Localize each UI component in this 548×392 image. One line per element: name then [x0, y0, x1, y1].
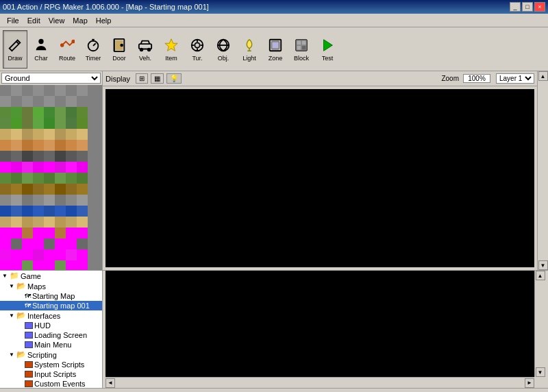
tile-cell[interactable] [33, 249, 44, 260]
tool-obj[interactable]: Obj. [211, 30, 236, 69]
tile-cell[interactable] [33, 107, 44, 118]
tile-cell[interactable] [11, 228, 22, 238]
tile-cell[interactable] [66, 260, 77, 270]
tile-cell[interactable] [44, 107, 55, 118]
tile-cell[interactable] [33, 228, 44, 238]
tool-veh[interactable]: Veh. [133, 30, 158, 69]
tile-cell[interactable] [11, 96, 22, 107]
tile-cell[interactable] [77, 129, 88, 140]
tile-cell[interactable] [0, 85, 11, 96]
tree-maps[interactable]: ▼ 📂 Maps [0, 281, 102, 291]
tile-cell[interactable] [55, 173, 66, 184]
tile-cell[interactable] [55, 129, 66, 140]
tileset-canvas[interactable] [0, 85, 88, 270]
tile-cell[interactable] [33, 118, 44, 129]
tile-cell[interactable] [55, 260, 66, 270]
tile-cell[interactable] [0, 140, 11, 151]
tile-cell[interactable] [44, 238, 55, 249]
tile-cell[interactable] [77, 140, 88, 151]
tileset-area[interactable] [0, 85, 102, 270]
tile-cell[interactable] [66, 173, 77, 184]
scroll-down[interactable]: ▼ [538, 260, 548, 270]
tile-cell[interactable] [55, 228, 66, 238]
menu-file[interactable]: File [3, 15, 23, 26]
tool-route[interactable]: Route [55, 30, 79, 69]
tool-block[interactable]: Block [289, 30, 314, 69]
tile-cell[interactable] [33, 129, 44, 140]
tile-cell[interactable] [77, 238, 88, 249]
tile-cell[interactable] [44, 249, 55, 260]
scroll-right[interactable]: ► [525, 378, 534, 388]
tile-cell[interactable] [22, 162, 33, 173]
tile-cell[interactable] [11, 118, 22, 129]
scroll-down-bottom[interactable]: ▼ [536, 367, 545, 377]
tile-cell[interactable] [11, 238, 22, 249]
tile-cell[interactable] [66, 249, 77, 260]
tile-cell[interactable] [33, 96, 44, 107]
tile-cell[interactable] [44, 140, 55, 151]
tree-main-menu[interactable]: Main Menu [0, 340, 102, 350]
tile-cell[interactable] [55, 184, 66, 195]
tree-hud[interactable]: HUD [0, 321, 102, 330]
tile-cell[interactable] [77, 162, 88, 173]
display-mode-1[interactable]: ⊞ [136, 73, 148, 84]
tile-cell[interactable] [66, 217, 77, 228]
tile-cell[interactable] [11, 151, 22, 162]
tile-cell[interactable] [66, 238, 77, 249]
tree-system-scripts[interactable]: System Scripts [0, 360, 102, 369]
tile-cell[interactable] [66, 195, 77, 206]
horizontal-scrollbar[interactable]: ◄ ► [105, 377, 534, 388]
tile-cell[interactable] [0, 249, 11, 260]
tree-scripting-toggle[interactable]: ▼ [8, 352, 15, 358]
tile-cell[interactable] [44, 85, 55, 96]
tile-cell[interactable] [22, 249, 33, 260]
tile-cell[interactable] [77, 96, 88, 107]
tree-game[interactable]: ▼ 📁 Game [0, 271, 102, 281]
tree-starting-map[interactable]: 🗺 Starting Map [0, 291, 102, 301]
tree-custom-events[interactable]: Custom Events [0, 379, 102, 388]
tile-cell[interactable] [55, 217, 66, 228]
tile-cell[interactable] [33, 238, 44, 249]
tile-cell[interactable] [33, 162, 44, 173]
tile-cell[interactable] [0, 195, 11, 206]
tile-cell[interactable] [11, 260, 22, 270]
tool-zone[interactable]: Zone [263, 30, 288, 69]
tile-cell[interactable] [77, 107, 88, 118]
display-mode-2[interactable]: ▦ [151, 73, 164, 84]
tool-test[interactable]: Test [315, 30, 340, 69]
map-bottom-canvas[interactable] [105, 271, 534, 377]
tool-tur[interactable]: Tur. [185, 30, 210, 69]
tile-cell[interactable] [44, 151, 55, 162]
tile-cell[interactable] [0, 118, 11, 129]
tile-cell[interactable] [22, 151, 33, 162]
tile-cell[interactable] [66, 162, 77, 173]
tool-item[interactable]: Item [159, 30, 184, 69]
tile-cell[interactable] [66, 206, 77, 217]
tile-cell[interactable] [22, 260, 33, 270]
tile-cell[interactable] [77, 173, 88, 184]
tile-cell[interactable] [44, 184, 55, 195]
tile-cell[interactable] [0, 129, 11, 140]
tile-cell[interactable] [0, 228, 11, 238]
tile-cell[interactable] [33, 260, 44, 270]
zoom-input[interactable] [463, 74, 490, 83]
tree-input-scripts[interactable]: Input Scripts [0, 369, 102, 379]
tile-cell[interactable] [55, 107, 66, 118]
tree-game-toggle[interactable]: ▼ [1, 273, 8, 280]
tile-cell[interactable] [66, 118, 77, 129]
tile-cell[interactable] [44, 206, 55, 217]
tile-cell[interactable] [44, 228, 55, 238]
tile-cell[interactable] [77, 249, 88, 260]
tool-timer[interactable]: Timer [81, 30, 105, 69]
tile-cell[interactable] [44, 96, 55, 107]
tile-cell[interactable] [55, 249, 66, 260]
tile-cell[interactable] [33, 195, 44, 206]
tile-cell[interactable] [55, 96, 66, 107]
tile-cell[interactable] [11, 195, 22, 206]
tile-cell[interactable] [77, 195, 88, 206]
tile-cell[interactable] [0, 96, 11, 107]
right-scrollbar[interactable]: ▲ ▼ [537, 71, 548, 270]
tile-cell[interactable] [33, 184, 44, 195]
tile-cell[interactable] [22, 228, 33, 238]
tile-cell[interactable] [22, 118, 33, 129]
